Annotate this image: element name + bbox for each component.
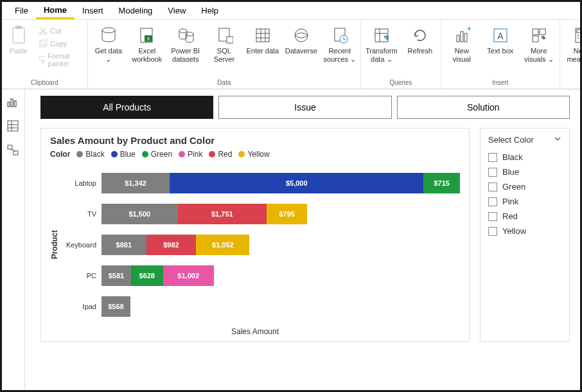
svg-point-38 — [580, 35, 581, 36]
pbi-label: Power BI datasets — [169, 47, 202, 63]
legend-item-pink[interactable]: Pink — [179, 150, 202, 159]
svg-rect-0 — [13, 28, 24, 43]
enter-data-icon — [252, 25, 273, 46]
svg-rect-46 — [14, 101, 16, 107]
ribbon-group-queries: Transform data ⌄ Refresh Queries — [361, 20, 441, 89]
bar-segment-black[interactable]: $881 — [101, 235, 146, 255]
bar-segment-blue[interactable]: $5,000 — [170, 173, 423, 193]
menu-item-view[interactable]: View — [160, 3, 193, 18]
tab-solution[interactable]: Solution — [397, 96, 570, 119]
slicer-option-yellow[interactable]: Yellow — [488, 224, 561, 238]
slicer-option-green[interactable]: Green — [488, 179, 561, 194]
legend-item-red[interactable]: Red — [209, 150, 232, 159]
menu-item-modeling[interactable]: Modeling — [111, 3, 161, 18]
svg-point-7 — [102, 28, 115, 33]
ribbon-group-clipboard: Paste Cut Copy Format painter Clipboard — [2, 20, 88, 89]
excel-button[interactable]: XExcel workbook — [130, 22, 164, 63]
bar-segment-yellow[interactable]: $1,052 — [196, 235, 249, 255]
svg-rect-26 — [457, 35, 459, 42]
menu-item-help[interactable]: Help — [193, 3, 226, 18]
bar-segment-red[interactable]: $1,751 — [178, 204, 267, 224]
clipboard-small-buttons: Cut Copy Format painter — [36, 22, 84, 69]
get-data-button[interactable]: Get data ⌄ — [92, 22, 125, 63]
ribbon-group-label: Data — [217, 78, 231, 87]
chevron-down-icon[interactable] — [554, 135, 561, 145]
svg-rect-45 — [11, 99, 13, 107]
pbi-datasets-button[interactable]: Power BI datasets — [169, 22, 202, 63]
copy-button[interactable]: Copy — [36, 38, 84, 49]
bar-segment-green[interactable]: $715 — [423, 173, 460, 193]
slicer-visual[interactable]: Select Color BlackBlueGreenPinkRedYellow — [480, 128, 570, 342]
text-box-button[interactable]: AText box — [484, 22, 517, 55]
recent-label: Recent sources ⌄ — [323, 47, 357, 63]
legend-swatch — [142, 151, 148, 157]
bar-track: $1,342$5,000$715 — [101, 173, 460, 193]
checkbox-icon — [488, 197, 497, 206]
model-view-icon[interactable] — [7, 145, 20, 157]
database-icon — [98, 25, 119, 46]
legend-item-black[interactable]: Black — [76, 150, 104, 159]
ribbon: Paste Cut Copy Format painter Clipboard … — [2, 20, 580, 89]
svg-rect-28 — [464, 33, 467, 42]
bar-segment-pink[interactable]: $1,002 — [163, 265, 214, 286]
more-visuals-button[interactable]: More visuals ⌄ — [522, 22, 556, 63]
new-visual-label: New visual — [445, 47, 479, 63]
paste-label: Paste — [10, 47, 28, 55]
data-view-icon[interactable] — [7, 120, 20, 133]
slicer-option-pink[interactable]: Pink — [488, 194, 561, 209]
dataverse-label: Dataverse — [285, 47, 317, 55]
menu-item-file[interactable]: File — [7, 3, 36, 18]
bar-category-label: Labtop — [63, 179, 101, 187]
transform-data-button[interactable]: Transform data ⌄ — [365, 22, 398, 63]
svg-text:+: + — [467, 26, 471, 33]
slicer-option-blue[interactable]: Blue — [488, 165, 561, 179]
chart-title: Sales Amount by Product and Color — [50, 135, 460, 146]
legend-item-blue[interactable]: Blue — [111, 150, 136, 159]
textbox-icon: A — [490, 25, 511, 46]
menu-item-insert[interactable]: Insert — [75, 3, 111, 18]
ribbon-group-insert: +New visual AText box More visuals ⌄ Ins… — [441, 20, 560, 89]
tab-all-products[interactable]: All Products — [40, 96, 213, 119]
slicer-option-red[interactable]: Red — [488, 209, 561, 224]
bar-segment-red[interactable]: $982 — [146, 235, 197, 255]
svg-point-40 — [578, 37, 579, 39]
enter-data-button[interactable]: Enter data — [246, 22, 279, 55]
legend-swatch — [179, 151, 185, 157]
slicer-option-black[interactable]: Black — [488, 150, 561, 165]
bar-segment-black[interactable]: $568 — [101, 296, 130, 317]
chart-bars: Labtop$1,342$5,000$715TV$1,500$1,751$795… — [63, 168, 460, 322]
svg-rect-1 — [15, 26, 22, 29]
bar-category-label: Ipad — [63, 303, 101, 310]
sql-button[interactable]: SQL Server — [207, 22, 241, 63]
bar-segment-green[interactable]: $628 — [131, 265, 163, 286]
legend-item-yellow[interactable]: Yellow — [238, 150, 269, 159]
report-view-icon[interactable] — [7, 96, 20, 109]
new-visual-button[interactable]: +New visual — [445, 22, 479, 63]
bar-segment-black[interactable]: $581 — [101, 265, 131, 286]
menu-item-home[interactable]: Home — [36, 3, 75, 19]
format-painter-button[interactable]: Format painter — [36, 51, 84, 69]
report-canvas: All ProductsIssueSolution Sales Amount b… — [25, 89, 580, 390]
new-measure-button[interactable]: New measure — [564, 22, 582, 63]
legend-item-green[interactable]: Green — [142, 150, 172, 159]
svg-rect-14 — [227, 37, 233, 43]
slicer-list: BlackBlueGreenPinkRedYellow — [488, 150, 561, 238]
checkbox-icon — [488, 153, 497, 162]
chart-visual[interactable]: Sales Amount by Product and Color ColorB… — [40, 128, 470, 342]
get-data-label: Get data ⌄ — [92, 47, 125, 63]
recent-sources-button[interactable]: Recent sources ⌄ — [323, 22, 357, 63]
copy-label: Copy — [50, 40, 67, 48]
refresh-button[interactable]: Refresh — [403, 22, 437, 55]
bar-segment-yellow[interactable]: $795 — [267, 204, 307, 224]
chart-icon: + — [452, 25, 472, 46]
tab-issue[interactable]: Issue — [218, 96, 391, 119]
paste-button[interactable]: Paste — [6, 22, 31, 55]
bar-segment-black[interactable]: $1,500 — [101, 204, 178, 224]
bar-segment-black[interactable]: $1,342 — [101, 173, 170, 193]
dataverse-icon — [291, 25, 312, 46]
checkbox-icon — [488, 168, 497, 177]
bar-row: PC$581$628$1,002 — [63, 260, 460, 291]
dataverse-button[interactable]: Dataverse — [285, 22, 318, 55]
cut-button[interactable]: Cut — [36, 25, 84, 37]
ribbon-group-label: Insert — [492, 78, 508, 87]
